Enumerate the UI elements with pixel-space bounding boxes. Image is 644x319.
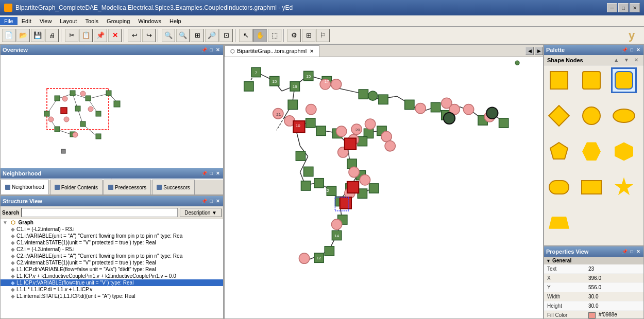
menu-grouping[interactable]: Grouping <box>103 17 134 25</box>
overview-close[interactable]: ✕ <box>215 47 221 52</box>
marquee-button[interactable]: ⬚ <box>268 29 281 42</box>
general-section-header[interactable]: ▼ General <box>544 257 643 264</box>
minimize-button[interactable]: ─ <box>607 3 617 12</box>
tab-nav-next[interactable]: ▶ <box>535 47 543 55</box>
graph-tab[interactable]: ⬡ BipartiteGrap...tors.graphml ✕ <box>225 45 319 57</box>
tab-folder-contents[interactable]: Folder Contents <box>50 180 103 194</box>
tab-successors[interactable]: Successors <box>152 180 195 194</box>
zoom-fit-button[interactable]: ⊞ <box>191 29 204 42</box>
shape-trapezoid[interactable] <box>546 210 572 236</box>
shape-square-rounded[interactable] <box>579 67 604 93</box>
props-float[interactable]: □ <box>630 249 634 254</box>
desc-button[interactable]: Description ▼ <box>180 208 222 217</box>
props-close[interactable]: ✕ <box>635 249 641 254</box>
copy-button[interactable]: 📋 <box>79 29 93 42</box>
overview-pin[interactable]: 📌 <box>200 47 208 52</box>
svg-point-144 <box>463 104 473 114</box>
svg-rect-110 <box>431 102 440 112</box>
fit-select-button[interactable]: ⊡ <box>219 29 233 42</box>
cut-button[interactable]: ✂ <box>65 29 78 42</box>
snap-button[interactable]: ⊞ <box>302 29 315 42</box>
tree-item-5[interactable]: ◆C2.vinternal:STATE(1)(unit = "V" protec… <box>1 259 223 266</box>
svg-rect-17 <box>75 106 80 111</box>
svg-point-141 <box>415 103 426 113</box>
shape-pentagon[interactable] <box>546 138 572 164</box>
tree-item-4[interactable]: ◆C2.i:VARIABLE(unit = "A") "Current flow… <box>1 253 223 259</box>
graph-tab-close[interactable]: ✕ <box>310 48 314 54</box>
shape-square-selected[interactable] <box>611 67 637 93</box>
search-input[interactable] <box>21 208 178 217</box>
new-button[interactable]: 📄 <box>2 29 15 42</box>
tree-item-8[interactable]: ◆L1.ICP.v:VARIABLE(flow=true unit = "V")… <box>1 279 223 286</box>
palette-section-controls[interactable]: ▲ ▼ ✕ <box>612 56 640 64</box>
tree-item-1[interactable]: ◆C1.i:VARIABLE(unit = "A") "Current flow… <box>1 233 223 239</box>
menu-edit[interactable]: Edit <box>18 17 36 25</box>
redo-button[interactable]: ↪ <box>142 29 156 42</box>
zoom-out-button[interactable]: 🔍 <box>162 29 175 42</box>
tree-item-0[interactable]: ◆C1.i = (-L2.internal) - R3.i <box>1 226 223 233</box>
structure-controls[interactable]: 📌 □ ✕ <box>200 199 221 204</box>
menu-tools[interactable]: Tools <box>81 17 103 25</box>
open-button[interactable]: 📂 <box>16 29 30 42</box>
palette-close[interactable]: ✕ <box>635 47 641 52</box>
menu-file[interactable]: File <box>0 17 18 25</box>
palette-scroll-down[interactable]: ▼ <box>622 56 631 64</box>
struct-close[interactable]: ✕ <box>215 199 221 204</box>
menu-windows[interactable]: Windows <box>134 17 165 25</box>
tree-item-7[interactable]: ◆L1.ICP.v + k1.inductiveCouplePin1.v + k… <box>1 273 223 279</box>
tree-item-6[interactable]: ◆L1.ICP.di:VARIABLE(flow=false unit = "A… <box>1 266 223 273</box>
print-button[interactable]: 🖨 <box>45 29 59 42</box>
delete-button[interactable]: ✕ <box>108 29 122 42</box>
title-bar-controls[interactable]: ─ □ ✕ <box>607 3 640 12</box>
neighborhood-controls[interactable]: 📌 □ ✕ <box>200 171 221 176</box>
move-button[interactable]: ✋ <box>253 29 267 42</box>
shape-round-rect[interactable] <box>546 174 572 200</box>
tree-item-3[interactable]: ◆C2.i = (-L3.internal) - R5.i <box>1 246 223 253</box>
properties-controls[interactable]: 📌 □ ✕ <box>621 249 641 254</box>
zoom-in-button[interactable]: 🔍 <box>176 29 190 42</box>
extra-button[interactable]: ⚐ <box>316 29 330 42</box>
overview-controls[interactable]: 📌 □ ✕ <box>200 47 221 52</box>
menu-help[interactable]: Help <box>165 17 185 25</box>
tree-graph-root[interactable]: ▼ ⬡ Graph <box>1 219 223 226</box>
save-button[interactable]: 💾 <box>31 29 44 42</box>
undo-button[interactable]: ↩ <box>128 29 141 42</box>
tab-nav-prev[interactable]: ◀ <box>526 47 534 55</box>
tab-neighborhood[interactable]: Neighborhood <box>1 180 49 194</box>
shape-diamond[interactable] <box>546 103 572 129</box>
tab-predecessors[interactable]: Predecessors <box>104 180 151 194</box>
paste-button[interactable]: 📌 <box>94 29 107 42</box>
shape-star[interactable] <box>611 174 637 200</box>
palette-expand[interactable]: ✕ <box>632 56 640 64</box>
struct-pin[interactable]: 📌 <box>200 199 208 204</box>
maximize-button[interactable]: □ <box>618 3 629 12</box>
zoom-actual-button[interactable]: 🔎 <box>205 29 218 42</box>
tree-item-9[interactable]: ◆L1.L * L1.ICP.di = L1.v + L1.ICP.v <box>1 286 223 293</box>
shape-circle[interactable] <box>579 103 604 129</box>
select-button[interactable]: ↖ <box>239 29 252 42</box>
nbr-pin[interactable]: 📌 <box>200 171 208 176</box>
nbr-close[interactable]: ✕ <box>215 171 221 176</box>
shape-rectangle[interactable] <box>579 174 604 200</box>
menu-layout[interactable]: Layout <box>56 17 81 25</box>
overview-float[interactable]: □ <box>209 47 214 52</box>
props-pin[interactable]: 📌 <box>621 249 629 254</box>
close-button[interactable]: ✕ <box>630 3 640 12</box>
menu-view[interactable]: View <box>36 17 56 25</box>
svg-point-147 <box>349 167 359 177</box>
layout-button[interactable]: ⚙ <box>287 29 301 42</box>
tree-item-2[interactable]: ◆C1.vinternal:STATE(1)(unit = "V" protec… <box>1 239 223 246</box>
shape-ellipse[interactable] <box>611 103 637 129</box>
tree-item-10[interactable]: ◆L1.internal:STATE(1,L1.ICP.di)(unit = "… <box>1 293 223 299</box>
palette-pin[interactable]: 📌 <box>621 47 629 52</box>
palette-controls[interactable]: 📌 □ ✕ <box>621 47 641 52</box>
shape-square[interactable] <box>546 67 572 93</box>
palette-scroll-up[interactable]: ▲ <box>612 56 621 64</box>
shape-hexagon[interactable] <box>579 138 604 164</box>
palette-float[interactable]: □ <box>630 47 634 52</box>
svg-point-28 <box>73 132 78 137</box>
struct-float[interactable]: □ <box>209 199 214 204</box>
nbr-float[interactable]: □ <box>209 171 214 176</box>
shape-hex2[interactable] <box>611 138 637 164</box>
graph-canvas[interactable]: 7 15 19 15 17 10 12 14 12 21 20 <box>225 57 543 318</box>
